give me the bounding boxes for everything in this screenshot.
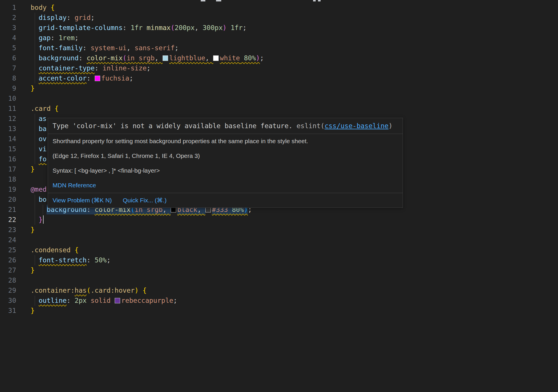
code-token: ) xyxy=(223,24,227,31)
code-content: } xyxy=(31,215,558,225)
code-line[interactable]: 6 background: color-mix(in srgb, lightbl… xyxy=(0,53,558,63)
code-token: ov xyxy=(39,135,47,143)
code-token: ba xyxy=(39,125,47,132)
code-line[interactable]: 8 accent-color: fuchsia; xyxy=(0,73,558,83)
code-line[interactable]: 2 display: grid; xyxy=(0,13,558,23)
code-token: ; xyxy=(75,34,79,42)
line-number[interactable]: 13 xyxy=(0,124,16,134)
code-token: : xyxy=(123,24,131,31)
line-number[interactable]: 29 xyxy=(0,285,16,296)
code-line[interactable]: 5 font-family: system-ui, sans-serif; xyxy=(0,43,558,53)
line-number[interactable]: 18 xyxy=(0,174,16,184)
diagnostic-source-suffix: ) xyxy=(388,122,393,130)
line-number[interactable]: 21 xyxy=(0,205,16,215)
code-token: system-ui xyxy=(91,44,127,52)
line-number[interactable]: 7 xyxy=(0,63,16,73)
quick-fix-action[interactable]: Quick Fix... (⌘.) xyxy=(123,197,167,204)
diagnostic-source-prefix: eslint( xyxy=(297,122,325,130)
code-token: ; xyxy=(91,14,95,21)
code-token: : xyxy=(51,34,59,42)
line-number[interactable]: 30 xyxy=(0,296,16,306)
code-line[interactable]: 29.container:has(.card:hover) { xyxy=(0,285,558,296)
code-token: ; xyxy=(260,54,264,62)
line-number[interactable]: 16 xyxy=(0,154,16,164)
view-problem-action[interactable]: View Problem (⌘K N) xyxy=(53,197,112,204)
code-token: color-mix xyxy=(87,54,123,62)
code-line[interactable]: 7 container-type: inline-size; xyxy=(0,63,558,73)
eslint-rule-link[interactable]: css/use-baseline xyxy=(325,122,389,130)
indent-guide xyxy=(35,134,35,144)
code-line[interactable]: 23} xyxy=(0,225,558,235)
line-number[interactable]: 5 xyxy=(0,43,16,53)
line-number[interactable]: 22 xyxy=(0,215,16,225)
line-number[interactable]: 15 xyxy=(0,144,16,154)
code-token: solid xyxy=(91,297,115,304)
line-number[interactable]: 12 xyxy=(0,114,16,124)
code-content xyxy=(31,235,558,245)
line-number[interactable]: 19 xyxy=(0,184,16,195)
code-token: ( xyxy=(171,24,175,31)
code-line[interactable]: 9} xyxy=(0,83,558,94)
code-line[interactable]: 24 xyxy=(0,235,558,245)
indent-guide xyxy=(35,296,35,306)
code-token: ; xyxy=(129,74,133,82)
code-token: } xyxy=(31,307,35,314)
line-number[interactable]: 11 xyxy=(0,104,16,114)
color-swatch[interactable] xyxy=(163,55,168,61)
line-number[interactable]: 23 xyxy=(0,225,16,235)
line-number[interactable]: 4 xyxy=(0,33,16,43)
line-number[interactable]: 14 xyxy=(0,134,16,144)
line-number[interactable]: 10 xyxy=(0,94,16,104)
code-line[interactable]: 31} xyxy=(0,306,558,316)
line-number[interactable]: 20 xyxy=(0,195,16,205)
code-line[interactable]: 22 } xyxy=(0,215,558,225)
code-token: { xyxy=(55,105,59,112)
line-number[interactable]: 24 xyxy=(0,235,16,245)
line-number[interactable]: 28 xyxy=(0,275,16,285)
line-number[interactable]: 26 xyxy=(0,255,16,265)
line-number[interactable]: 6 xyxy=(0,53,16,63)
tooltip-actions: View Problem (⌘K N) Quick Fix... (⌘.) xyxy=(48,193,403,208)
indent-guide xyxy=(35,205,35,215)
color-swatch[interactable] xyxy=(95,76,100,81)
line-number[interactable]: 17 xyxy=(0,164,16,174)
code-token: display xyxy=(39,14,67,21)
code-line[interactable]: 3 grid-template-columns: 1fr minmax(200p… xyxy=(0,23,558,33)
code-token xyxy=(31,206,46,213)
line-number[interactable]: 27 xyxy=(0,265,16,275)
line-number[interactable]: 8 xyxy=(0,73,16,83)
color-swatch[interactable] xyxy=(213,55,219,61)
indent-guide xyxy=(35,215,35,225)
line-number[interactable]: 3 xyxy=(0,23,16,33)
code-line[interactable]: 1body { xyxy=(0,3,558,13)
code-token: } xyxy=(31,165,35,173)
code-content: } xyxy=(31,225,558,235)
code-line[interactable]: 28 xyxy=(0,275,558,285)
code-line[interactable]: 25.condensed { xyxy=(0,245,558,255)
code-token: : xyxy=(67,297,75,304)
code-content: font-stretch: 50%; xyxy=(31,255,558,265)
code-token: lightblue xyxy=(169,54,205,62)
code-line[interactable]: 26 font-stretch: 50%; xyxy=(0,255,558,265)
line-number[interactable]: 9 xyxy=(0,83,16,94)
line-number[interactable]: 25 xyxy=(0,245,16,255)
code-line[interactable]: 11.card { xyxy=(0,104,558,114)
code-token: has xyxy=(75,287,87,294)
code-content: .container:has(.card:hover) { xyxy=(31,285,558,296)
code-token: 80% xyxy=(240,54,256,62)
code-line[interactable]: 30 outline: 2px solid rebeccapurple; xyxy=(0,296,558,306)
line-number[interactable]: 2 xyxy=(0,13,16,23)
mdn-reference-link[interactable]: MDN Reference xyxy=(53,182,96,188)
code-line[interactable]: 27} xyxy=(0,265,558,275)
code-line[interactable]: 4 gap: 1rem; xyxy=(0,33,558,43)
color-swatch[interactable] xyxy=(115,298,120,303)
code-content: } xyxy=(31,83,558,94)
indent-guide xyxy=(35,195,35,205)
code-token: 1fr xyxy=(227,24,243,31)
line-number[interactable]: 31 xyxy=(0,306,16,316)
indent-guide xyxy=(35,23,35,33)
code-content: .card { xyxy=(31,104,558,114)
line-number[interactable]: 1 xyxy=(0,3,16,13)
code-token: : xyxy=(67,14,75,21)
code-line[interactable]: 10 xyxy=(0,94,558,104)
